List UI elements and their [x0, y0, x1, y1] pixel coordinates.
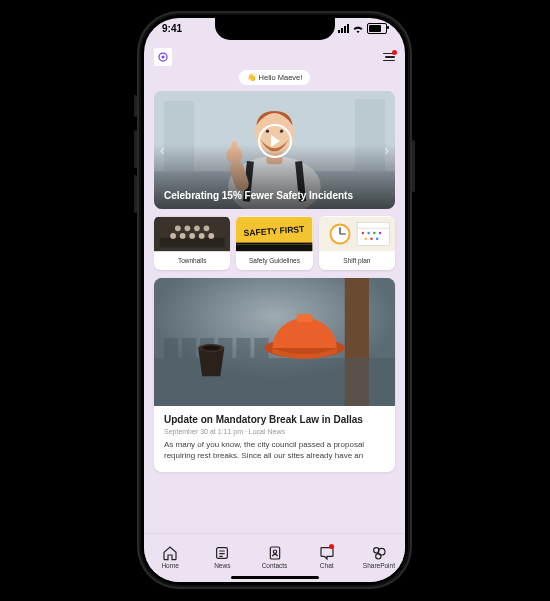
svg-point-41	[370, 238, 372, 240]
app-content: 👋 Hello Maeve!	[144, 44, 405, 537]
nav-label: Home	[161, 562, 178, 569]
svg-point-21	[175, 225, 181, 231]
news-article-card[interactable]: Update on Mandatory Break Law in Dallas …	[154, 278, 395, 472]
svg-point-55	[202, 346, 220, 351]
nav-chat[interactable]: Chat	[301, 545, 353, 569]
svg-point-24	[204, 225, 210, 231]
svg-rect-15	[160, 238, 225, 248]
svg-rect-46	[164, 338, 178, 378]
tile-thumb-shift	[319, 216, 395, 252]
phone-screen: 9:41	[144, 18, 405, 582]
battery-icon	[367, 23, 387, 34]
news-icon	[214, 545, 230, 561]
nav-news[interactable]: News	[196, 545, 248, 569]
svg-rect-53	[297, 314, 313, 322]
greeting-text: Hello Maeve!	[259, 73, 303, 82]
svg-rect-27	[236, 243, 312, 245]
svg-point-64	[376, 553, 381, 558]
nav-label: Chat	[320, 562, 334, 569]
home-indicator[interactable]	[231, 576, 319, 579]
svg-point-61	[273, 550, 276, 553]
phone-frame: 9:41	[137, 11, 412, 589]
svg-rect-34	[357, 223, 389, 246]
nav-label: News	[214, 562, 230, 569]
quick-link-tiles: Townhalls SAFETY FIRST Safety Guidelines	[154, 216, 395, 270]
nav-home[interactable]: Home	[144, 545, 196, 569]
svg-point-42	[376, 238, 378, 240]
carousel-next-button[interactable]: ›	[380, 138, 393, 162]
svg-point-18	[189, 233, 195, 239]
svg-point-37	[367, 232, 369, 234]
tile-townhalls[interactable]: Townhalls	[154, 216, 230, 270]
svg-point-23	[194, 225, 200, 231]
article-title: Update on Mandatory Break Law in Dallas	[164, 414, 385, 425]
status-time: 9:41	[162, 23, 182, 34]
svg-point-17	[180, 233, 186, 239]
hero-title: Celebrating 15% Fewer Safety Incidents	[164, 190, 385, 201]
greeting-chip[interactable]: 👋 Hello Maeve!	[239, 70, 311, 85]
svg-point-16	[170, 233, 176, 239]
app-logo-icon[interactable]	[154, 48, 172, 66]
svg-point-1	[162, 56, 165, 59]
wifi-icon	[352, 24, 364, 33]
tile-safety-guidelines[interactable]: SAFETY FIRST Safety Guidelines	[236, 216, 312, 270]
tile-shift-plan[interactable]: Shift plan	[319, 216, 395, 270]
article-image	[154, 278, 395, 406]
svg-point-38	[373, 232, 375, 234]
svg-point-20	[208, 233, 214, 239]
power-button	[412, 140, 415, 192]
hero-carousel[interactable]: ‹ › Celebrating 15% Fewer Safety Inciden…	[154, 91, 395, 209]
article-body: As many of you know, the city council pa…	[164, 440, 385, 462]
svg-rect-50	[236, 338, 250, 378]
tile-label: Safety Guidelines	[236, 252, 312, 270]
svg-rect-51	[254, 338, 268, 378]
device-mockup-canvas: 9:41	[0, 0, 550, 601]
svg-point-22	[185, 225, 191, 231]
article-meta: September 30 at 1:11 pm · Local News	[164, 428, 385, 435]
sharepoint-icon	[371, 545, 387, 561]
svg-rect-47	[182, 338, 196, 378]
nav-contacts[interactable]: Contacts	[248, 545, 300, 569]
wave-icon: 👋	[247, 73, 256, 82]
svg-point-39	[378, 232, 380, 234]
nav-label: Contacts	[262, 562, 288, 569]
notification-badge-icon	[329, 544, 334, 549]
svg-rect-26	[236, 244, 312, 251]
bottom-nav: Home News Contacts Chat	[144, 533, 405, 582]
tile-label: Townhalls	[154, 252, 230, 270]
cellular-signal-icon	[338, 24, 349, 33]
tile-label: Shift plan	[319, 252, 395, 270]
tile-thumb-safety: SAFETY FIRST	[236, 216, 312, 252]
contacts-icon	[267, 545, 283, 561]
tile-thumb-townhalls	[154, 216, 230, 252]
phone-notch	[215, 18, 335, 40]
svg-point-19	[199, 233, 205, 239]
carousel-prev-button[interactable]: ‹	[156, 138, 169, 162]
nav-sharepoint[interactable]: SharePoint	[353, 545, 405, 569]
notification-badge-icon	[392, 50, 397, 55]
home-icon	[162, 545, 178, 561]
svg-point-40	[364, 238, 366, 240]
hamburger-menu-button[interactable]	[383, 53, 395, 62]
svg-point-36	[361, 232, 363, 234]
play-video-button[interactable]	[258, 124, 292, 158]
nav-label: SharePoint	[363, 562, 395, 569]
